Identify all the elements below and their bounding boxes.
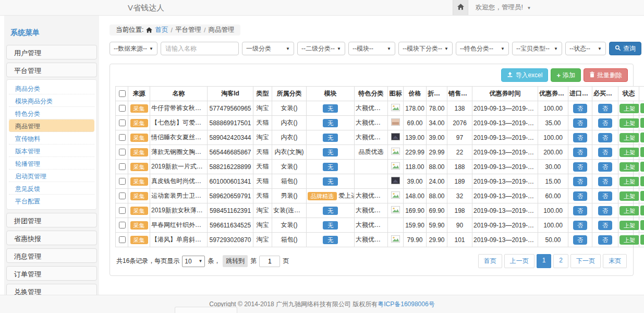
- import-choice-toggle[interactable]: 否: [573, 191, 587, 201]
- edit-button[interactable]: [640, 133, 644, 142]
- type-cell: 淘宝: [253, 203, 272, 218]
- must-buy-toggle[interactable]: 否: [598, 162, 612, 172]
- page-button-下一页[interactable]: 下一页: [570, 254, 601, 268]
- must-buy-toggle[interactable]: 否: [598, 235, 612, 245]
- sidebar-group-消息管理[interactable]: 消息管理: [6, 248, 97, 263]
- edit-button[interactable]: [640, 103, 644, 113]
- page-button-首页[interactable]: 首页: [478, 254, 502, 268]
- per-page-select[interactable]: 10 ▼: [182, 256, 205, 267]
- sidebar-group-平台管理[interactable]: 平台管理: [6, 63, 97, 77]
- must-buy-toggle[interactable]: 否: [598, 191, 612, 201]
- row-checkbox[interactable]: [119, 236, 126, 243]
- category-cell: 男装(): [272, 189, 307, 203]
- filter-select-item-type[interactable]: --宝贝类型--▼: [512, 42, 562, 55]
- status-badge[interactable]: 上架: [619, 191, 639, 201]
- edit-button[interactable]: [640, 118, 644, 128]
- import-choice-toggle[interactable]: 否: [573, 118, 587, 128]
- sidebar-item-商品管理[interactable]: 商品管理: [9, 119, 94, 132]
- category-cell: 箱包(): [272, 174, 307, 189]
- coupon-amount-cell: 15.00: [538, 174, 568, 189]
- sidebar-group-用户管理[interactable]: 用户管理: [6, 45, 97, 59]
- row-checkbox[interactable]: [119, 222, 126, 228]
- edit-button[interactable]: [640, 235, 644, 245]
- must-buy-toggle[interactable]: 否: [598, 148, 612, 157]
- sidebar-item-意见反馈[interactable]: 意见反馈: [9, 182, 94, 195]
- row-checkbox[interactable]: [119, 134, 126, 141]
- sidebar-item-平台配置[interactable]: 平台配置: [9, 195, 94, 207]
- edit-button[interactable]: [640, 176, 644, 186]
- page-button-1[interactable]: 1: [537, 254, 552, 268]
- status-badge[interactable]: 上架: [619, 118, 639, 128]
- must-buy-toggle[interactable]: 否: [598, 118, 612, 128]
- row-checkbox[interactable]: [119, 207, 126, 214]
- status-badge[interactable]: 上架: [619, 221, 639, 230]
- import-choice-toggle[interactable]: 否: [573, 162, 587, 172]
- must-buy-toggle[interactable]: 否: [598, 221, 612, 230]
- sidebar-item-启动页管理[interactable]: 启动页管理: [9, 170, 94, 182]
- sidebar-item-商品分类[interactable]: 商品分类: [9, 82, 94, 94]
- import-choice-toggle[interactable]: 否: [573, 133, 587, 142]
- import-excel-button[interactable]: 导入excel: [501, 68, 548, 82]
- must-buy-toggle[interactable]: 否: [598, 177, 612, 186]
- page-button-上一页[interactable]: 上一页: [504, 254, 534, 268]
- edit-button[interactable]: [640, 162, 644, 172]
- status-badge[interactable]: 上架: [619, 177, 639, 186]
- status-badge[interactable]: 上架: [619, 133, 639, 142]
- sidebar-group-省惠快报[interactable]: 省惠快报: [6, 231, 97, 245]
- status-badge[interactable]: 上架: [619, 162, 639, 172]
- jump-page-input[interactable]: [259, 256, 280, 267]
- home-button[interactable]: [453, 0, 468, 15]
- row-checkbox[interactable]: [119, 119, 126, 126]
- add-button[interactable]: + 添加: [551, 68, 581, 82]
- edit-button[interactable]: [640, 147, 644, 157]
- import-choice-toggle[interactable]: 否: [573, 235, 587, 245]
- page-button-末页[interactable]: 末页: [603, 254, 627, 268]
- icp-link[interactable]: 粤ICP备16098006号: [378, 300, 434, 308]
- import-choice-toggle[interactable]: 否: [573, 177, 587, 186]
- status-badge[interactable]: 上架: [619, 148, 639, 157]
- select-all-checkbox[interactable]: [119, 90, 126, 97]
- import-choice-toggle[interactable]: 否: [573, 148, 587, 157]
- status-badge[interactable]: 上架: [619, 206, 639, 215]
- edit-button[interactable]: [640, 206, 644, 215]
- sidebar-item-轮播管理[interactable]: 轮播管理: [9, 157, 94, 170]
- import-choice-toggle[interactable]: 否: [573, 104, 587, 113]
- must-buy-toggle[interactable]: 否: [598, 104, 612, 113]
- sidebar-group-兑换管理[interactable]: 兑换管理: [6, 284, 97, 295]
- sidebar-item-版本管理[interactable]: 版本管理: [9, 145, 94, 157]
- sidebar-group-订单管理[interactable]: 订单管理: [6, 266, 97, 281]
- row-checkbox[interactable]: [119, 178, 126, 185]
- filter-select-feature-category[interactable]: --特色分类--▼: [456, 42, 509, 55]
- breadcrumb-home-link[interactable]: 首页: [155, 26, 168, 34]
- row-checkbox[interactable]: [119, 163, 126, 170]
- row-checkbox[interactable]: [119, 105, 126, 112]
- filter-select-module[interactable]: --模块--▼: [348, 42, 395, 55]
- welcome-text: 欢迎您，管理员!: [476, 4, 523, 11]
- edit-button[interactable]: [640, 220, 644, 230]
- page-button-2[interactable]: 2: [553, 254, 568, 268]
- edit-button[interactable]: [640, 191, 644, 201]
- sidebar-group-拼团管理[interactable]: 拼团管理: [6, 213, 97, 227]
- import-choice-toggle[interactable]: 否: [573, 221, 587, 230]
- must-buy-toggle[interactable]: 否: [598, 133, 612, 142]
- import-choice-toggle[interactable]: 否: [573, 206, 587, 215]
- filter-select-level1-category[interactable]: 一级分类▼: [242, 42, 294, 55]
- batch-delete-button[interactable]: 批量删除: [584, 68, 628, 82]
- must-buy-toggle[interactable]: 否: [598, 206, 612, 215]
- filter-select-data-source[interactable]: --数据来源--▼: [110, 42, 157, 55]
- jump-button[interactable]: 跳转到: [223, 255, 248, 267]
- sidebar-item-特色分类[interactable]: 特色分类: [9, 107, 94, 119]
- row-select-cell: [116, 116, 128, 130]
- query-button[interactable]: 查询: [609, 42, 641, 55]
- sidebar-item-宣传物料[interactable]: 宣传物料: [9, 132, 94, 145]
- row-checkbox[interactable]: [119, 192, 126, 199]
- sidebar-item-模块商品分类[interactable]: 模块商品分类: [9, 94, 94, 107]
- filter-select-level2-category[interactable]: --二级分类--▼: [297, 42, 345, 55]
- name-search-input[interactable]: [161, 42, 239, 55]
- filter-select-module-subcategory[interactable]: --模块下分类--▼: [398, 42, 453, 55]
- filter-select-status[interactable]: --状态--▼: [565, 42, 606, 55]
- row-checkbox[interactable]: [119, 149, 126, 155]
- status-badge[interactable]: 上架: [619, 104, 639, 113]
- user-menu[interactable]: 欢迎您，管理员! ▼: [476, 3, 531, 12]
- status-badge[interactable]: 上架: [619, 235, 639, 245]
